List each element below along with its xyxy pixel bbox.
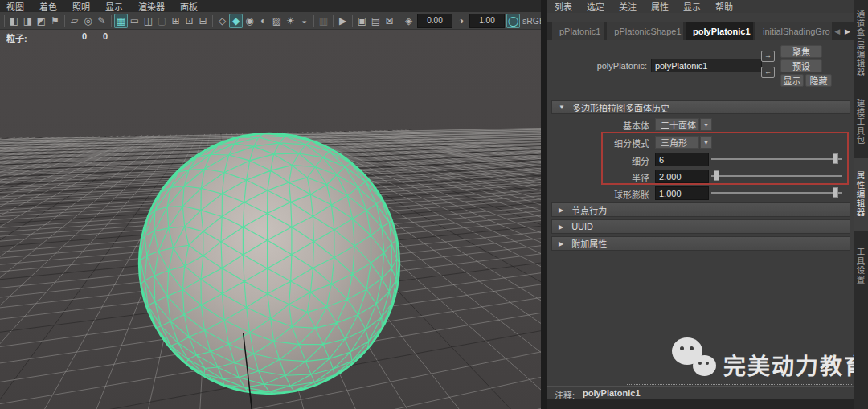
wireframe-icon[interactable]: ◇ [215, 14, 229, 28]
color-management-icon[interactable]: ◯ [506, 14, 520, 28]
shadows-icon[interactable]: ◒ [297, 14, 311, 28]
section-node-behavior[interactable]: ▶ 节点行为 [551, 202, 850, 217]
copy-icon[interactable]: ▣ [355, 14, 369, 28]
panel-menu-item-4[interactable]: 显示 [683, 0, 701, 13]
slider-track [711, 175, 842, 177]
two-d-pan-zoom-icon[interactable]: ◎ [81, 14, 95, 28]
collapse-triangle-icon: ▼ [559, 104, 565, 111]
toolbar-separator [352, 15, 353, 27]
tab-prev-icon[interactable]: ◀ [834, 27, 840, 35]
notes-value[interactable]: polyPlatonic1 [583, 388, 641, 398]
panel-menu-item-1[interactable]: 选定 [587, 0, 604, 13]
use-default-material-icon[interactable]: ◐ [256, 14, 270, 28]
input-connection-icon[interactable]: → [761, 51, 775, 62]
paste-icon[interactable]: ▤ [369, 14, 383, 28]
viewport-menu-item-4[interactable]: 渲染器 [138, 0, 165, 13]
tab-polyPlatonic1[interactable]: polyPlatonic1 [686, 22, 753, 40]
sphere-inflate-input[interactable] [655, 186, 709, 200]
exposure-icon[interactable]: ◈ [402, 14, 416, 28]
output-connection-icon[interactable]: ← [761, 67, 775, 78]
section-extra-attributes[interactable]: ▶ 附加属性 [551, 236, 850, 251]
viewport-menu-item-5[interactable]: 面板 [180, 0, 198, 13]
viewport-menu-item-1[interactable]: 着色 [39, 0, 57, 13]
viewport-menu-item-2[interactable]: 照明 [72, 0, 90, 13]
grid-icon[interactable]: ▦ [114, 14, 128, 28]
isolate-select-icon[interactable]: ▶ [336, 14, 350, 28]
subdiv-mode-dropdown[interactable]: 三角形 [655, 136, 699, 149]
panel-menu-item-3[interactable]: 属性 [651, 0, 669, 13]
subdivisions-slider[interactable] [711, 153, 842, 165]
toolbar-separator [64, 15, 65, 27]
toolbar-separator [4, 15, 5, 27]
gamma-field[interactable] [469, 14, 505, 28]
comment-field-area[interactable] [547, 399, 854, 409]
comment-row: 注释: polyPlatonic1 [547, 387, 854, 399]
panel-menu-item-0[interactable]: 列表 [555, 0, 572, 13]
wireframe-sphere[interactable] [139, 133, 399, 394]
slider-handle[interactable] [833, 187, 838, 198]
panel-menu-item-2[interactable]: 关注 [619, 0, 637, 13]
panel-menu-item-5[interactable]: 帮助 [715, 0, 733, 13]
contrast-icon[interactable]: ◑ [454, 14, 468, 28]
xray-icon[interactable]: ▥ [317, 14, 330, 28]
viewport-canvas[interactable]: 粒子: 0 0 [0, 30, 541, 409]
presets-button[interactable]: 预设 [780, 59, 822, 72]
tab-next-icon[interactable]: ▶ [845, 27, 850, 35]
toolbar-separator [212, 15, 213, 27]
hide-button[interactable]: 隐藏 [805, 74, 832, 87]
basic-primitive-dropdown-arrow-icon[interactable]: ▼ [700, 118, 712, 131]
tab-pPlatonicShape1[interactable]: pPlatonicShape1 [607, 22, 683, 40]
tab-initialShadingGro[interactable]: initialShadingGro [755, 22, 832, 40]
checkered-icon[interactable]: ▨ [270, 14, 284, 28]
exposure-field[interactable] [417, 14, 452, 28]
radius-slider[interactable] [711, 170, 842, 182]
slider-handle[interactable] [833, 153, 838, 164]
watermark-dotted-line [627, 384, 852, 385]
viewport-menu-item-3[interactable]: 显示 [105, 0, 123, 13]
sphere-inflate-slider[interactable] [711, 186, 842, 198]
camera-attributes-icon[interactable]: ◩ [35, 14, 48, 28]
expand-triangle-icon: ▶ [559, 240, 563, 247]
panel-divider[interactable] [541, 0, 547, 409]
watermark-text: 完美动力教育 [723, 349, 854, 381]
maya-window: 视图着色照明显示渲染器面板 ◧◨◩⚑▱◎✎▦▭◫▢⊞⊡⊟◇◆◉◐▨☀◒▥▶▣▤⊠… [0, 0, 868, 409]
camera-select-icon[interactable]: ◨ [21, 14, 35, 28]
bookmark-icon[interactable]: ⚑ [48, 14, 62, 28]
film-gate-icon[interactable]: ▭ [128, 14, 141, 28]
toolbar-separator [313, 15, 314, 27]
rail-tab-3[interactable]: 工具设置 [854, 235, 868, 297]
image-plane-icon[interactable]: ▱ [68, 14, 81, 28]
section-poly-platonic-history[interactable]: ▼ 多边形柏拉图多面体历史 [551, 100, 850, 114]
show-button[interactable]: 显示 [780, 74, 804, 87]
textured-icon[interactable]: ◉ [243, 14, 256, 28]
gate-mask-icon[interactable]: ▢ [155, 14, 169, 28]
attribute-editor-menubar: 列表选定关注属性显示帮助 [547, 0, 854, 13]
rail-tab-2[interactable]: 属性编辑器 [854, 158, 868, 231]
attribute-editor-panel: 列表选定关注属性显示帮助 pPlatonic1pPlatonicShape1po… [547, 0, 854, 409]
field-chart-icon[interactable]: ⊞ [169, 14, 182, 28]
safe-action-icon[interactable]: ⊡ [182, 14, 196, 28]
rail-tab-0[interactable]: 通道盒/层编辑器 [854, 3, 868, 84]
section-uuid[interactable]: ▶ UUID [551, 219, 850, 234]
subdiv-mode-dropdown-arrow-icon[interactable]: ▼ [700, 136, 712, 149]
camera-lock-icon[interactable]: ◧ [7, 14, 21, 28]
focus-button[interactable]: 聚焦 [780, 45, 822, 58]
node-name-input[interactable] [651, 59, 762, 72]
basic-primitive-dropdown[interactable]: 二十面体 [655, 118, 699, 131]
lighting-icon[interactable]: ☀ [284, 14, 297, 28]
subdivisions-input[interactable] [655, 153, 709, 166]
section-title: 多边形柏拉图多面体历史 [572, 101, 669, 114]
shaded-icon[interactable]: ◆ [229, 14, 243, 28]
tab-pPlatonic1[interactable]: pPlatonic1 [552, 22, 604, 40]
node-tabbar: pPlatonic1pPlatonicShape1polyPlatonic1in… [547, 22, 854, 40]
viewport-menu-item-0[interactable]: 视图 [6, 0, 24, 13]
radius-input[interactable] [655, 170, 709, 183]
slider-handle[interactable] [714, 170, 719, 181]
snapshot-icon[interactable]: ⊠ [383, 14, 396, 28]
rail-tab-1[interactable]: 建模工具包 [854, 88, 868, 156]
safe-title-icon[interactable]: ⊟ [196, 14, 210, 28]
grease-pencil-icon[interactable]: ✎ [95, 14, 108, 28]
resolution-gate-icon[interactable]: ◫ [141, 14, 155, 28]
viewport-panel: 视图着色照明显示渲染器面板 ◧◨◩⚑▱◎✎▦▭◫▢⊞⊡⊟◇◆◉◐▨☀◒▥▶▣▤⊠… [0, 0, 541, 409]
wechat-watermark: 完美动力教育 [667, 336, 854, 387]
